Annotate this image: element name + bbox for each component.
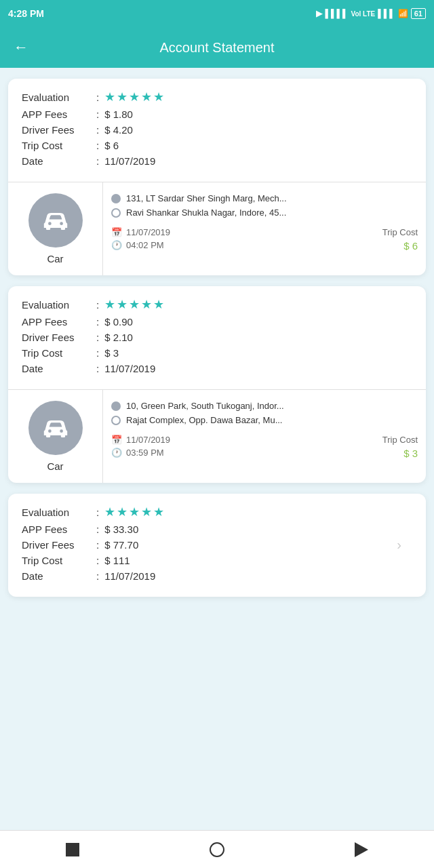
date-row-1: Date : 11/07/2019 — [22, 155, 412, 167]
trip-time-1: 04:02 PM — [126, 240, 164, 250]
card-3: Evaluation : ★ ★ ★ ★ ★ APP Fees : $ 33.3… — [8, 494, 426, 597]
driver-fees-label-1: Driver Fees — [22, 124, 96, 136]
vehicle-col-2: Car — [8, 390, 103, 483]
evaluation-label-3: Evaluation — [22, 507, 96, 518]
trip-cost-right-label-2: Trip Cost — [382, 435, 418, 445]
date-label-1: Date — [22, 155, 96, 167]
trip-date-2: 11/07/2019 — [126, 435, 170, 445]
chevron-right-icon[interactable]: › — [397, 537, 401, 553]
card-1: Evaluation : ★ ★ ★ ★ ★ APP Fees : $ 1.80… — [8, 79, 426, 275]
dropoff-dot-2 — [111, 416, 121, 425]
driver-fees-value-3: $ 77.70 — [104, 539, 138, 551]
app-fees-label-1: APP Fees — [22, 108, 96, 120]
date-label-3: Date — [22, 570, 96, 582]
trip-time-2: 03:59 PM — [126, 448, 164, 458]
app-fees-row-1: APP Fees : $ 1.80 — [22, 108, 412, 120]
driver-fees-value-2: $ 2.10 — [104, 332, 133, 343]
dropoff-row-2: Rajat Complex, Opp. Dawa Bazar, Mu... — [111, 415, 418, 425]
trip-cost-right-value-1: $ 6 — [403, 240, 418, 252]
trip-cost-label-1: Trip Cost — [22, 140, 96, 151]
nav-back-button[interactable] — [352, 840, 371, 859]
trip-details-1: 131, LT Sardar Sher Singh Marg, Mech... … — [103, 182, 426, 275]
dropoff-dot-1 — [111, 208, 121, 218]
info-section-2: Evaluation : ★ ★ ★ ★ ★ APP Fees : $ 0.90… — [8, 286, 426, 389]
driver-fees-row-3: Driver Fees : $ 77.70 › — [22, 539, 412, 551]
info-section-3: Evaluation : ★ ★ ★ ★ ★ APP Fees : $ 33.3… — [8, 494, 426, 597]
content-area: Evaluation : ★ ★ ★ ★ ★ APP Fees : $ 1.80… — [0, 68, 434, 830]
evaluation-row-1: Evaluation : ★ ★ ★ ★ ★ — [22, 90, 412, 104]
battery-icon: 61 — [411, 8, 426, 19]
pickup-dot-2 — [111, 401, 121, 411]
clock-icon-2: 🕐 — [111, 448, 122, 458]
trip-meta-1: 📅 11/07/2019 🕐 04:02 PM Trip Cost $ 6 — [111, 227, 418, 252]
clock-icon-1: 🕐 — [111, 240, 122, 250]
dropoff-text-2: Rajat Complex, Opp. Dawa Bazar, Mu... — [126, 415, 282, 425]
back-button[interactable]: ← — [14, 39, 28, 56]
app-fees-value-1: $ 1.80 — [104, 108, 133, 120]
dropoff-text-1: Ravi Shankar Shukla Nagar, Indore, 45... — [126, 208, 286, 218]
nav-square-button[interactable] — [63, 840, 82, 859]
trip-cost-value-2: $ 3 — [104, 347, 119, 359]
bars2-icon: ▌▌▌ — [378, 9, 395, 18]
trip-cost-value-3: $ 111 — [104, 555, 130, 566]
vehicle-icon-1 — [28, 193, 83, 248]
app-fees-value-3: $ 33.30 — [104, 524, 138, 535]
card-2: Evaluation : ★ ★ ★ ★ ★ APP Fees : $ 0.90… — [8, 286, 426, 483]
pickup-row-2: 10, Green Park, South Tukoganj, Indor... — [111, 401, 418, 411]
driver-fees-label-2: Driver Fees — [22, 332, 96, 343]
evaluation-row-2: Evaluation : ★ ★ ★ ★ ★ — [22, 297, 412, 312]
trip-cost-row-3: Trip Cost : $ 111 — [22, 555, 412, 566]
trip-cost-right-value-2: $ 3 — [403, 448, 418, 459]
trip-cost-right-2: Trip Cost $ 3 — [382, 435, 418, 459]
trip-meta-left-2: 📅 11/07/2019 🕐 03:59 PM — [111, 435, 170, 458]
info-section-1: Evaluation : ★ ★ ★ ★ ★ APP Fees : $ 1.80… — [8, 79, 426, 182]
vehicle-icon-2 — [28, 401, 83, 455]
trip-cost-row-2: Trip Cost : $ 3 — [22, 347, 412, 359]
driver-fees-label-3: Driver Fees — [22, 539, 96, 551]
status-bar: 4:28 PM ▶ ▌▌▌▌ Vol LTE ▌▌▌ 📶 61 — [0, 0, 434, 27]
trip-details-2: 10, Green Park, South Tukoganj, Indor...… — [103, 390, 426, 483]
time-meta-2: 🕐 03:59 PM — [111, 448, 170, 458]
trip-meta-2: 📅 11/07/2019 🕐 03:59 PM Trip Cost $ 3 — [111, 435, 418, 459]
trip-meta-left-1: 📅 11/07/2019 🕐 04:02 PM — [111, 227, 170, 250]
evaluation-label-2: Evaluation — [22, 299, 96, 311]
app-fees-row-2: APP Fees : $ 0.90 — [22, 316, 412, 328]
trip-section-1: Car 131, LT Sardar Sher Singh Marg, Mech… — [8, 182, 426, 275]
nav-home-button[interactable] — [208, 840, 226, 859]
lte-icon: Vol LTE — [351, 10, 375, 18]
status-icons: ▶ ▌▌▌▌ Vol LTE ▌▌▌ 📶 61 — [316, 8, 426, 19]
header: ← Account Statement — [0, 27, 434, 68]
driver-fees-value-1: $ 4.20 — [104, 124, 133, 136]
page-title: Account Statement — [160, 40, 275, 56]
evaluation-label-1: Evaluation — [22, 92, 96, 103]
trip-cost-label-2: Trip Cost — [22, 347, 96, 359]
car-svg-2 — [39, 411, 73, 445]
pickup-text-2: 10, Green Park, South Tukoganj, Indor... — [126, 401, 284, 411]
trip-section-2: Car 10, Green Park, South Tukoganj, Indo… — [8, 389, 426, 483]
date-value-3: 11/07/2019 — [104, 570, 155, 582]
trip-cost-right-1: Trip Cost $ 6 — [382, 227, 418, 252]
status-time: 4:28 PM — [8, 8, 44, 19]
date-value-2: 11/07/2019 — [104, 363, 155, 374]
driver-fees-row-2: Driver Fees : $ 2.10 — [22, 332, 412, 343]
trip-cost-row-1: Trip Cost : $ 6 — [22, 140, 412, 151]
date-meta-2: 📅 11/07/2019 — [111, 435, 170, 445]
date-row-3: Date : 11/07/2019 — [22, 570, 412, 582]
triangle-icon — [355, 842, 368, 857]
pickup-text-1: 131, LT Sardar Sher Singh Marg, Mech... — [126, 193, 287, 203]
stars-3: ★ ★ ★ ★ ★ — [104, 505, 164, 519]
driver-fees-row-1: Driver Fees : $ 4.20 — [22, 124, 412, 136]
signal-icon: ▶ — [316, 9, 322, 18]
vehicle-col-1: Car — [8, 182, 103, 275]
pickup-row-1: 131, LT Sardar Sher Singh Marg, Mech... — [111, 193, 418, 203]
car-svg-1 — [39, 203, 73, 237]
circle-icon — [210, 842, 224, 857]
vehicle-label-1: Car — [47, 253, 63, 264]
date-label-2: Date — [22, 363, 96, 374]
stars-1: ★ ★ ★ ★ ★ — [104, 90, 164, 104]
square-icon — [66, 843, 79, 856]
trip-cost-value-1: $ 6 — [104, 140, 119, 151]
date-meta-1: 📅 11/07/2019 — [111, 227, 170, 237]
dropoff-row-1: Ravi Shankar Shukla Nagar, Indore, 45... — [111, 208, 418, 218]
app-fees-label-3: APP Fees — [22, 524, 96, 535]
